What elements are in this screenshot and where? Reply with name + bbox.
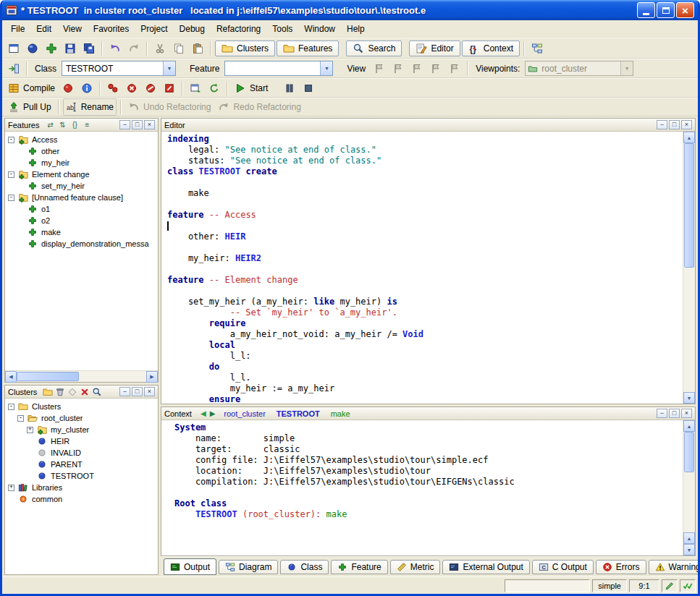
pause-button[interactable] xyxy=(281,80,298,97)
sync-icon[interactable]: ⇄ xyxy=(44,120,56,130)
viewpoints-combobox[interactable]: root_cluster ▼ xyxy=(525,61,633,76)
cluster-item-libraries[interactable]: +Libraries xyxy=(5,482,158,493)
panel-maximize-button[interactable]: □ xyxy=(669,120,680,129)
show-breakpoints-button[interactable] xyxy=(104,80,122,97)
feature-item-access[interactable]: -Access xyxy=(5,134,158,145)
breadcrumb-root-cluster[interactable]: root_cluster xyxy=(224,409,265,418)
debug-views-button[interactable] xyxy=(187,80,204,97)
cluster-item-parent[interactable]: PARENT xyxy=(5,459,158,470)
rename-button[interactable]: ab Rename xyxy=(63,98,117,116)
sort-icon[interactable]: ⇅ xyxy=(56,120,68,130)
feature-item-element-change[interactable]: -Element change xyxy=(5,169,158,180)
scroll-down-button[interactable]: ▼ xyxy=(683,392,695,404)
collapse-icon[interactable]: - xyxy=(8,195,14,201)
scrollbar-track[interactable] xyxy=(683,143,695,392)
remove-icon[interactable] xyxy=(79,387,90,397)
diamond-icon[interactable] xyxy=(67,387,78,397)
start-button[interactable]: Start xyxy=(232,80,271,97)
menu-item-favorites[interactable]: Favorites xyxy=(88,21,135,37)
search-icon[interactable] xyxy=(91,387,103,397)
title-bar[interactable]: * TESTROOT in cluster root_cluster locat… xyxy=(2,0,698,20)
feature-item-o2[interactable]: o2 xyxy=(5,215,158,226)
editor-code-area[interactable]: indexing legal: "See notice at end of cl… xyxy=(161,132,683,404)
cluster-item-my-cluster[interactable]: +my_cluster xyxy=(5,424,158,435)
scrollbar-thumb[interactable] xyxy=(684,432,694,472)
melt-button[interactable] xyxy=(59,80,77,97)
menu-item-edit[interactable]: Edit xyxy=(30,21,57,37)
interface-view-button[interactable] xyxy=(446,60,463,77)
panel-minimize-button[interactable]: − xyxy=(119,387,130,396)
menu-item-refactoring[interactable]: Refactoring xyxy=(211,21,266,37)
collapse-icon[interactable]: - xyxy=(8,171,14,178)
clusters-tree[interactable]: -Clusters-root_cluster+my_clusterHEIRINV… xyxy=(5,399,158,574)
cut-button[interactable] xyxy=(151,40,169,57)
context-output-area[interactable]: System name: simple target: classic conf… xyxy=(161,420,683,555)
replay-button[interactable] xyxy=(206,80,223,97)
context-tool-button[interactable]: {} Context xyxy=(462,41,520,56)
paste-button[interactable] xyxy=(189,40,206,57)
send-to-new-tab-button[interactable] xyxy=(5,60,22,77)
basic-text-view-button[interactable] xyxy=(371,60,388,77)
cluster-item-root-cluster[interactable]: -root_cluster xyxy=(5,412,158,424)
feature-combobox[interactable]: ▼ xyxy=(224,61,333,76)
new-window-button[interactable] xyxy=(5,40,22,57)
scroll-up-button[interactable]: ▲ xyxy=(683,132,695,143)
cluster-item-clusters[interactable]: -Clusters xyxy=(5,401,158,412)
history-back-button[interactable]: ◀ xyxy=(201,409,206,417)
history-forward-button[interactable]: ▶ xyxy=(210,409,216,417)
signature-icon[interactable]: {} xyxy=(69,120,80,130)
feature-item-unnamed-feature-clause[interactable]: -[Unnamed feature clause] xyxy=(5,192,158,203)
scroll-left-button[interactable]: ◀ xyxy=(5,371,17,383)
panel-close-button[interactable]: × xyxy=(681,120,692,129)
menu-item-project[interactable]: Project xyxy=(135,21,173,37)
cluster-item-common[interactable]: common xyxy=(5,493,158,505)
scroll-up-button[interactable]: ▲ xyxy=(683,420,695,432)
panel-close-button[interactable]: × xyxy=(144,387,155,396)
breadcrumb-testroot[interactable]: TESTROOT xyxy=(277,409,320,418)
scroll-up-button[interactable]: ▲ xyxy=(683,532,695,544)
flat-view-button[interactable] xyxy=(408,60,426,77)
context-vertical-scrollbar[interactable]: ▲ ▲ ▼ xyxy=(683,420,695,555)
redo-button[interactable] xyxy=(125,40,143,57)
tab-warnings[interactable]: Warnings xyxy=(649,560,700,574)
menu-item-window[interactable]: Window xyxy=(298,21,341,37)
scroll-down-button[interactable]: ▼ xyxy=(683,544,695,555)
feature-item-display-demonstration-messa[interactable]: display_demonstration_messa xyxy=(5,238,158,250)
editable-indicator[interactable] xyxy=(662,579,678,592)
pull-up-button[interactable]: Pull Up xyxy=(5,98,54,116)
menu-item-file[interactable]: File xyxy=(5,21,30,37)
panel-close-button[interactable]: × xyxy=(144,120,155,129)
tab-diagram[interactable]: Diagram xyxy=(219,560,278,574)
editor-vertical-scrollbar[interactable]: ▲ ▼ xyxy=(683,132,695,404)
panel-maximize-button[interactable]: □ xyxy=(669,409,680,418)
scrollbar-track[interactable] xyxy=(683,432,695,532)
scrollbar-thumb[interactable] xyxy=(17,372,79,381)
undo-button[interactable] xyxy=(106,40,124,57)
diagram-tool-button[interactable] xyxy=(528,40,546,57)
save-button[interactable] xyxy=(62,40,79,57)
trash-icon[interactable] xyxy=(54,387,66,397)
tab-external-output[interactable]: External Output xyxy=(442,560,529,574)
list-view-icon[interactable]: ≡ xyxy=(81,120,93,130)
remove-breakpoints-button[interactable] xyxy=(123,80,140,97)
features-panel-titlebar[interactable]: Features ⇄ ⇅ {} ≡ − □ × xyxy=(5,119,158,132)
features-tree[interactable]: -Accessothermy_heir-Element changeset_my… xyxy=(5,132,158,370)
tab-c-output[interactable]: CC Output xyxy=(532,560,594,574)
tab-metric[interactable]: Metric xyxy=(390,560,441,574)
panel-minimize-button[interactable]: − xyxy=(657,120,667,129)
class-combobox[interactable]: TESTROOT ▼ xyxy=(62,61,176,76)
tab-class[interactable]: Class xyxy=(280,560,329,574)
scrollbar-thumb[interactable] xyxy=(684,143,694,268)
stop-button[interactable] xyxy=(300,80,317,97)
maximize-button[interactable] xyxy=(657,2,675,18)
panel-maximize-button[interactable]: □ xyxy=(132,387,143,396)
tab-output[interactable]: Output xyxy=(164,558,216,575)
features-horizontal-scrollbar[interactable]: ◀ ▶ xyxy=(5,370,158,382)
menu-item-debug[interactable]: Debug xyxy=(174,21,211,37)
features-tool-button[interactable]: Features xyxy=(277,41,339,56)
new-cluster-icon[interactable] xyxy=(42,387,54,397)
undo-refactoring-button[interactable]: Undo Refactoring xyxy=(125,98,214,116)
open-button[interactable] xyxy=(24,40,41,57)
collapse-icon[interactable]: - xyxy=(8,404,14,410)
menu-item-view[interactable]: View xyxy=(57,21,88,37)
